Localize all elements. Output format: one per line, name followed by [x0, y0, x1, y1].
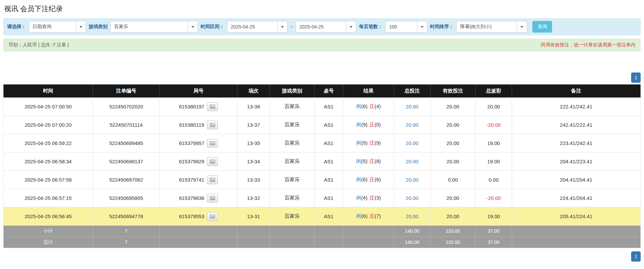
total-bet-link[interactable]: 20.00: [406, 104, 419, 109]
date-from-dropdown-button[interactable]: [277, 21, 288, 33]
cell-valid-bet: 20.00: [430, 98, 476, 116]
cell-bet-id: 522450701114: [93, 116, 160, 134]
cell-bet-id: 522450694778: [93, 207, 160, 226]
result-banker-label: 庄: [369, 103, 374, 109]
result-player-label: 闲: [356, 103, 361, 109]
search-button[interactable]: 查询: [532, 21, 552, 33]
cell-game-type: 百家乐: [270, 134, 315, 152]
round-number: 615379741: [179, 177, 204, 183]
time-range-label: 时间区间：: [201, 24, 224, 30]
page-size-combo: [385, 21, 427, 33]
cell-round: 615379829: [160, 152, 237, 171]
date-from-combo: [227, 21, 288, 33]
result-banker-points: (7): [374, 213, 381, 219]
cell-valid-bet: 20.00: [430, 152, 476, 171]
round-replay-button[interactable]: [207, 175, 218, 184]
cell-valid-bet: 20.00: [430, 116, 476, 134]
sort-order-dropdown-button[interactable]: [517, 21, 527, 33]
game-type-dropdown-button[interactable]: [188, 21, 198, 33]
total-bet-link[interactable]: 20.00: [406, 159, 419, 164]
page: 视讯 会员下注纪录 请选择： 游戏类别 时间区间： ~ 每页笔数： 时间排序：: [0, 0, 644, 264]
result-banker-label: 庄: [369, 177, 374, 182]
cell-time: 2025-04-25 06:59:22: [4, 134, 93, 152]
cell-remark: 222.41/242.41: [512, 98, 640, 116]
round-replay-button[interactable]: [207, 212, 218, 221]
round-number: 615379636: [179, 195, 204, 201]
table-row: 2025-04-25 07:00:20 522450701114 6153801…: [4, 116, 641, 134]
date-to-input[interactable]: [296, 21, 346, 33]
cell-round: 615379553: [160, 207, 237, 226]
page-button-1[interactable]: 1: [631, 251, 641, 262]
cell-payout: 19.00: [476, 207, 512, 226]
total-bet-link[interactable]: 20.00: [406, 177, 419, 183]
page-size-dropdown-button[interactable]: [417, 21, 427, 33]
round-replay-button[interactable]: [207, 139, 218, 148]
page-button-1[interactable]: 1: [631, 73, 641, 83]
result-banker-label: 庄: [369, 122, 374, 127]
col-header-round: 局号: [160, 85, 237, 98]
col-header-session: 场次: [237, 85, 270, 98]
round-number: 615379553: [179, 213, 204, 219]
result-banker-label: 庄: [369, 158, 374, 164]
cell-remark: 223.41/242.41: [512, 134, 640, 152]
select-type-input[interactable]: [29, 21, 76, 33]
round-replay-button[interactable]: [207, 194, 218, 203]
cell-payout: 20.00: [476, 98, 512, 116]
cell-session: 13-32: [237, 189, 270, 207]
round-replay-button[interactable]: [207, 102, 218, 111]
caret-down-icon: [281, 26, 284, 28]
cell-time: 2025-04-25 07:00:20: [4, 116, 93, 134]
date-to-dropdown-button[interactable]: [346, 21, 356, 33]
caret-down-icon: [421, 26, 423, 28]
cell-game-type: 百家乐: [270, 171, 315, 189]
col-header-game-type: 游戏类别: [270, 85, 315, 98]
col-header-table-no: 桌号: [314, 85, 343, 98]
table-row: 2025-04-25 06:57:15 522450695805 6153796…: [4, 189, 641, 207]
result-banker-label: 庄: [369, 140, 374, 146]
result-banker-points: (0): [374, 122, 381, 127]
table-row: 2025-04-25 07:00:50 522450702020 6153801…: [4, 98, 641, 116]
cell-session: 13-33: [237, 171, 270, 189]
cell-round: 615379957: [160, 134, 237, 152]
result-player-label: 闲: [356, 158, 361, 164]
date-to-combo: [296, 21, 356, 33]
result-player-points: (6): [361, 103, 367, 109]
cell-payout: 0.00: [476, 171, 512, 189]
cell-payout: -20.00: [476, 189, 512, 207]
table-header-row: 时间 注单编号 局号 场次 游戏类别 桌号 结果 总投注 有效投注 总派彩 备注: [4, 85, 641, 98]
round-number: 615380119: [179, 122, 204, 128]
select-type-dropdown-button[interactable]: [76, 21, 86, 33]
cell-session: 13-37: [237, 116, 270, 134]
cell-game-type: 百家乐: [270, 116, 315, 134]
total-label: 总计: [4, 237, 93, 248]
total-bet-link[interactable]: 20.00: [406, 195, 419, 201]
summary-currency-count-text: 币别：人民币 | 总共 :7 注单 |: [8, 42, 69, 48]
round-replay-button[interactable]: [207, 121, 218, 129]
total-bet-link[interactable]: 20.00: [406, 140, 419, 146]
cell-valid-bet: 20.00: [430, 189, 476, 207]
result-banker-points: (8): [374, 158, 381, 164]
date-from-input[interactable]: [227, 21, 278, 33]
total-valid-bet: 120.00: [430, 237, 476, 248]
cell-bet-id: 522450698137: [93, 152, 160, 171]
result-banker-points: (3): [374, 195, 381, 201]
round-replay-button[interactable]: [207, 157, 218, 166]
total-count: 7: [93, 237, 160, 248]
sort-order-label: 时间排序：: [430, 24, 454, 30]
sort-order-input[interactable]: [456, 21, 517, 33]
result-player-points: (9): [361, 122, 367, 127]
cell-valid-bet: 20.00: [430, 134, 476, 152]
total-bet-link[interactable]: 20.00: [406, 122, 419, 128]
page-size-input[interactable]: [385, 21, 417, 33]
cell-bet-id: 522450699485: [93, 134, 160, 152]
result-player-label: 闲: [356, 140, 361, 146]
cell-total-bet: 20.00: [394, 134, 430, 152]
bet-records-table: 时间 注单编号 局号 场次 游戏类别 桌号 结果 总投注 有效投注 总派彩 备注…: [3, 84, 641, 248]
pagination-bottom: 1: [3, 251, 641, 262]
page-size-label: 每页笔数：: [359, 24, 383, 30]
game-type-input[interactable]: [110, 21, 188, 33]
round-number: 615379957: [179, 140, 204, 146]
result-banker-points: (6): [374, 177, 381, 182]
video-replay-icon: [210, 196, 215, 200]
total-bet-link[interactable]: 20.00: [406, 213, 419, 219]
